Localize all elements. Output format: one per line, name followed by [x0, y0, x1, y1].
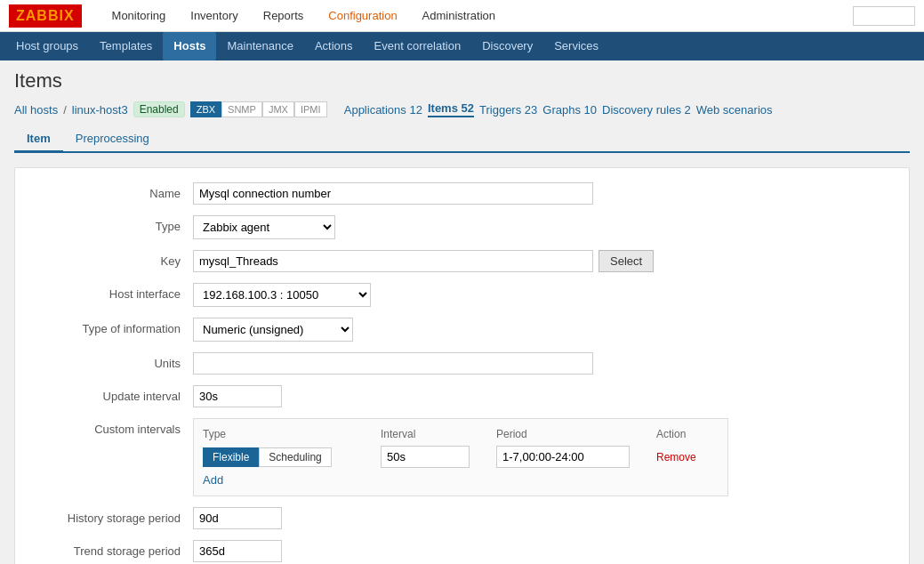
- logo-text: ZABBIX: [16, 8, 75, 23]
- custom-intervals-field: Type Interval Period Action Flexible Sch…: [193, 418, 891, 496]
- ci-action-cell: Remove: [656, 450, 719, 463]
- host-interface-select[interactable]: 192.168.100.3 : 10050: [193, 283, 371, 307]
- history-row: History storage period: [33, 507, 891, 529]
- zabbix-logo: ZABBIX: [9, 4, 82, 28]
- update-interval-row: Update interval: [33, 385, 891, 407]
- all-hosts-link[interactable]: All hosts: [14, 103, 58, 117]
- ci-header-period: Period: [496, 428, 656, 440]
- nav-host-groups[interactable]: Host groups: [5, 32, 89, 60]
- ci-row-1: Flexible Scheduling Remove: [203, 446, 719, 468]
- key-label: Key: [33, 250, 193, 268]
- protocol-badges: ZBX SNMP JMX IPMI: [190, 101, 327, 117]
- name-field: [193, 182, 891, 205]
- nav-event-correlation[interactable]: Event correlation: [364, 32, 472, 60]
- trend-row: Trend storage period: [33, 540, 891, 562]
- search-input[interactable]: [853, 6, 915, 26]
- inner-tabs: Item Preprocessing: [14, 126, 910, 153]
- name-label: Name: [33, 182, 193, 200]
- host-interface-field: 192.168.100.3 : 10050: [193, 283, 891, 307]
- top-navigation: Monitoring Inventory Reports Configurati…: [100, 0, 508, 32]
- trend-label: Trend storage period: [33, 540, 193, 558]
- host-name-link[interactable]: linux-host3: [72, 103, 128, 117]
- units-row: Units: [33, 352, 891, 375]
- type-of-info-row: Type of information Numeric (unsigned): [33, 318, 891, 342]
- nav-templates[interactable]: Templates: [89, 32, 163, 60]
- nav-inventory[interactable]: Inventory: [178, 0, 250, 32]
- ci-header-action: Action: [656, 428, 719, 440]
- applications-tab-link[interactable]: Applications 12: [344, 103, 422, 117]
- custom-intervals-row: Custom intervals Type Interval Period Ac…: [33, 418, 891, 496]
- tab-preprocessing[interactable]: Preprocessing: [63, 126, 162, 151]
- nav-maintenance[interactable]: Maintenance: [216, 32, 303, 60]
- nav-services[interactable]: Services: [543, 32, 609, 60]
- nav-hosts[interactable]: Hosts: [163, 32, 216, 60]
- key-input[interactable]: [193, 250, 593, 272]
- nav-configuration[interactable]: Configuration: [316, 0, 409, 32]
- key-input-row: Select: [193, 250, 891, 272]
- snmp-badge[interactable]: SNMP: [221, 101, 262, 117]
- ci-header: Type Interval Period Action: [203, 428, 719, 440]
- zbx-badge[interactable]: ZBX: [190, 101, 221, 117]
- custom-intervals-table: Type Interval Period Action Flexible Sch…: [193, 418, 728, 496]
- type-of-info-label: Type of information: [33, 318, 193, 335]
- units-input[interactable]: [193, 352, 593, 375]
- ci-interval-field: [381, 446, 496, 468]
- type-of-info-field: Numeric (unsigned): [193, 318, 891, 342]
- enabled-badge: Enabled: [133, 101, 185, 117]
- jmx-badge[interactable]: JMX: [262, 101, 294, 117]
- type-select[interactable]: Zabbix agent: [193, 215, 335, 239]
- nav-reports[interactable]: Reports: [251, 0, 317, 32]
- key-field: Select: [193, 250, 891, 272]
- items-tab-link[interactable]: Items 52: [428, 101, 474, 117]
- web-scenarios-tab-link[interactable]: Web scenarios: [696, 103, 773, 117]
- page-title: Items: [14, 69, 910, 93]
- ci-header-type: Type: [203, 428, 381, 440]
- ci-header-interval: Interval: [381, 428, 496, 440]
- flexible-button[interactable]: Flexible: [203, 447, 259, 467]
- remove-link[interactable]: Remove: [656, 451, 696, 463]
- ci-type-buttons: Flexible Scheduling: [203, 447, 381, 467]
- type-of-info-select[interactable]: Numeric (unsigned): [193, 318, 353, 342]
- type-label: Type: [33, 215, 193, 233]
- history-input[interactable]: [193, 507, 282, 529]
- host-interface-row: Host interface 192.168.100.3 : 10050: [33, 283, 891, 307]
- custom-intervals-label: Custom intervals: [33, 418, 193, 436]
- add-interval-row: Add: [203, 468, 719, 487]
- key-row: Key Select: [33, 250, 891, 272]
- update-interval-label: Update interval: [33, 385, 193, 403]
- type-field: Zabbix agent: [193, 215, 891, 239]
- units-label: Units: [33, 352, 193, 370]
- history-label: History storage period: [33, 507, 193, 525]
- add-interval-link[interactable]: Add: [203, 473, 223, 487]
- nav-monitoring[interactable]: Monitoring: [100, 0, 179, 32]
- triggers-tab-link[interactable]: Triggers 23: [479, 103, 537, 117]
- update-interval-field: [193, 385, 891, 407]
- nav-actions[interactable]: Actions: [304, 32, 364, 60]
- search-box: [853, 6, 915, 26]
- ci-interval-input[interactable]: [381, 446, 470, 468]
- trend-field: [193, 540, 891, 562]
- second-navigation: Host groups Templates Hosts Maintenance …: [0, 32, 924, 60]
- update-interval-input[interactable]: [193, 385, 282, 407]
- page-content: Items All hosts / linux-host3 Enabled ZB…: [0, 60, 924, 564]
- nav-discovery[interactable]: Discovery: [471, 32, 543, 60]
- type-row: Type Zabbix agent: [33, 215, 891, 239]
- discovery-rules-tab-link[interactable]: Discovery rules 2: [602, 103, 691, 117]
- name-row: Name: [33, 182, 891, 205]
- graphs-tab-link[interactable]: Graphs 10: [542, 103, 597, 117]
- name-input[interactable]: [193, 182, 593, 205]
- nav-administration[interactable]: Administration: [410, 0, 508, 32]
- tab-item[interactable]: Item: [14, 126, 63, 153]
- units-field: [193, 352, 891, 375]
- history-field: [193, 507, 891, 529]
- trend-input[interactable]: [193, 540, 282, 562]
- breadcrumb-separator: /: [63, 103, 67, 117]
- ci-period-field: [496, 446, 656, 468]
- host-interface-label: Host interface: [33, 283, 193, 301]
- host-bar: All hosts / linux-host3 Enabled ZBX SNMP…: [14, 101, 910, 117]
- select-button[interactable]: Select: [599, 250, 654, 272]
- scheduling-button[interactable]: Scheduling: [259, 447, 331, 467]
- item-form: Name Type Zabbix agent Key Select: [14, 167, 910, 564]
- ipmi-badge[interactable]: IPMI: [294, 101, 327, 117]
- ci-period-input[interactable]: [496, 446, 630, 468]
